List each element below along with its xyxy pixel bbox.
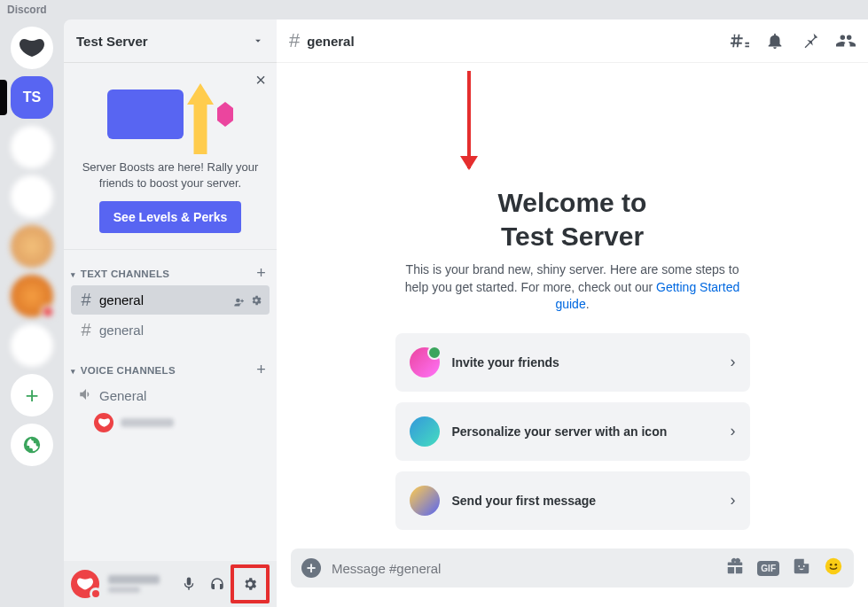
card-first-message[interactable]: Send your first message › <box>395 471 750 530</box>
gif-button[interactable]: GIF <box>757 561 779 576</box>
message-input[interactable]: + Message #general GIF <box>291 549 854 588</box>
speaker-icon <box>78 386 94 405</box>
category-text-channels[interactable]: ▾ TEXT CHANNELS + <box>64 259 277 284</box>
chevron-right-icon: › <box>731 353 736 371</box>
dm-home-button[interactable] <box>11 27 53 69</box>
chat-area: # general Welcome toTest Server This is … <box>277 19 868 607</box>
user-panel <box>64 561 277 607</box>
annotation-arrow <box>467 71 471 168</box>
message-bar: + Message #general GIF <box>277 549 868 607</box>
channel-general[interactable]: # general <box>71 285 270 315</box>
svg-point-0 <box>825 558 841 574</box>
emoji-icon[interactable] <box>824 556 843 580</box>
status-dnd <box>90 588 102 600</box>
close-icon[interactable]: × <box>255 71 266 89</box>
headphones-icon <box>209 576 225 592</box>
hash-icon: # <box>78 290 94 310</box>
gear-icon[interactable] <box>250 294 262 307</box>
create-channel-button[interactable]: + <box>256 264 266 283</box>
notification-badge <box>41 305 55 319</box>
invite-icon <box>410 347 440 377</box>
card-invite-friends[interactable]: Invite your friends › <box>395 333 750 392</box>
chevron-down-icon: ▾ <box>71 270 75 279</box>
welcome-heading: Welcome toTest Server <box>498 186 647 253</box>
settings-button-highlight <box>231 564 270 603</box>
avatar[interactable] <box>71 570 99 598</box>
explore-servers-button[interactable] <box>11 424 53 466</box>
guild-item[interactable] <box>11 225 53 268</box>
category-voice-channels[interactable]: ▾ VOICE CHANNELS + <box>64 355 277 381</box>
username-area[interactable] <box>108 575 172 593</box>
guild-item[interactable] <box>11 324 53 367</box>
boost-levels-button[interactable]: See Levels & Perks <box>99 201 241 233</box>
attach-button[interactable]: + <box>301 558 321 578</box>
hash-icon: # <box>78 320 94 340</box>
add-server-button[interactable]: + <box>11 374 53 416</box>
threads-icon[interactable] <box>730 31 749 51</box>
titlebar: Discord <box>0 0 868 19</box>
voice-channel-general[interactable]: General <box>71 382 270 409</box>
guild-test-server[interactable]: TS <box>11 76 53 119</box>
chevron-down-icon <box>252 35 264 47</box>
welcome-screen: Welcome toTest Server This is your brand… <box>277 62 868 549</box>
guild-item[interactable] <box>11 275 53 317</box>
guild-list: TS + <box>0 19 64 607</box>
hash-icon: # <box>289 29 300 52</box>
chat-header: # general <box>277 19 868 62</box>
server-header[interactable]: Test Server <box>64 19 277 62</box>
channel-list: ▾ TEXT CHANNELS + # general # general <box>64 250 277 561</box>
members-icon[interactable] <box>836 31 856 51</box>
server-name: Test Server <box>76 34 148 49</box>
card-personalize-server[interactable]: Personalize your server with an icon › <box>395 402 750 461</box>
user-settings-button[interactable] <box>237 571 263 597</box>
boost-illustration <box>78 74 262 154</box>
chevron-down-icon: ▾ <box>71 367 75 376</box>
sticker-icon[interactable] <box>792 556 811 580</box>
deafen-button[interactable] <box>204 571 231 597</box>
chevron-right-icon: › <box>731 491 736 510</box>
create-invite-icon[interactable] <box>232 294 245 307</box>
username-redacted <box>121 418 174 427</box>
voice-user[interactable] <box>64 410 277 435</box>
boost-card: × Server Boosts are here! Rally your fri… <box>64 62 277 250</box>
avatar <box>94 413 113 432</box>
mute-button[interactable] <box>176 571 202 597</box>
bell-icon[interactable] <box>765 31 785 51</box>
channel-sidebar: Test Server × Server Boosts are here! Ra… <box>64 19 277 607</box>
mic-icon <box>181 576 197 592</box>
channel-general-2[interactable]: # general <box>71 315 270 345</box>
create-channel-button[interactable]: + <box>256 361 266 379</box>
svg-point-1 <box>830 564 833 566</box>
guild-item[interactable] <box>11 126 53 168</box>
chevron-right-icon: › <box>731 422 736 440</box>
guild-item[interactable] <box>11 175 53 218</box>
gift-icon[interactable] <box>725 556 745 580</box>
svg-point-2 <box>834 564 837 566</box>
message-icon <box>410 486 440 516</box>
welcome-intro: This is your brand new, shiny server. He… <box>395 261 750 314</box>
channel-title: general <box>307 34 354 49</box>
personalize-icon <box>410 416 440 447</box>
message-placeholder[interactable]: Message #general <box>332 561 715 576</box>
pin-icon[interactable] <box>801 31 820 51</box>
gear-icon <box>242 576 258 592</box>
boost-text: Server Boosts are here! Rally your frien… <box>78 160 262 191</box>
